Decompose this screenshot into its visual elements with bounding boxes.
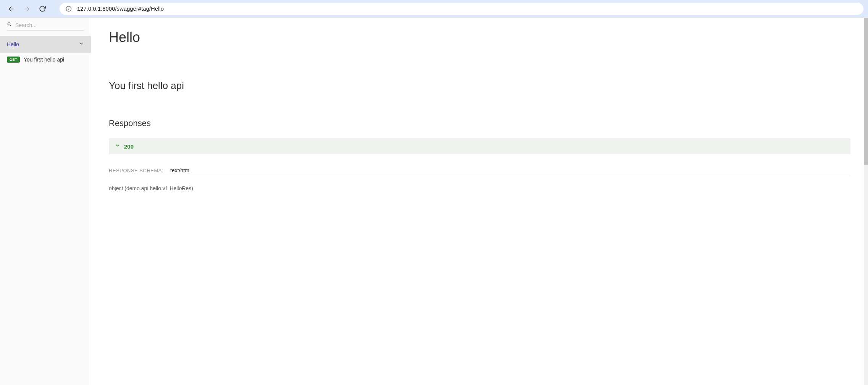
sidebar-tag-hello[interactable]: Hello xyxy=(0,36,91,53)
sidebar: Hello GET You first hello api xyxy=(0,18,91,385)
schema-header: RESPONSE SCHEMA: text/html xyxy=(109,167,850,176)
address-bar[interactable]: 127.0.0.1:8000/swagger#tag/Hello xyxy=(60,3,863,15)
scrollbar[interactable] xyxy=(864,18,868,385)
response-code: 200 xyxy=(124,143,134,150)
nav-controls xyxy=(8,5,46,13)
endpoint-heading: You first hello api xyxy=(109,80,850,92)
responses-heading: Responses xyxy=(109,118,850,128)
main-container: Hello GET You first hello api Hello You … xyxy=(0,18,868,385)
forward-button[interactable] xyxy=(23,5,31,13)
search-icon xyxy=(7,22,12,29)
chevron-down-icon xyxy=(115,143,120,150)
http-method-badge: GET xyxy=(7,57,20,63)
sidebar-tag-label: Hello xyxy=(7,41,19,47)
sidebar-operation-label: You first hello api xyxy=(24,57,64,63)
response-status-row[interactable]: 200 xyxy=(109,138,850,154)
url-text: 127.0.0.1:8000/swagger#tag/Hello xyxy=(77,6,164,12)
tag-heading: Hello xyxy=(109,29,850,45)
chevron-down-icon xyxy=(79,41,84,48)
schema-content-type[interactable]: text/html xyxy=(170,167,190,173)
content-area: Hello You first hello api Responses 200 … xyxy=(91,18,868,385)
back-button[interactable] xyxy=(8,5,15,13)
search-box xyxy=(0,18,91,33)
search-input[interactable] xyxy=(15,22,84,28)
schema-label: RESPONSE SCHEMA: xyxy=(109,168,163,173)
info-icon[interactable] xyxy=(66,6,72,12)
scrollbar-thumb[interactable] xyxy=(864,18,868,165)
reload-button[interactable] xyxy=(39,5,46,12)
sidebar-operation-item[interactable]: GET You first hello api xyxy=(0,53,91,66)
browser-toolbar: 127.0.0.1:8000/swagger#tag/Hello xyxy=(0,0,868,18)
schema-object: object (demo.api.hello.v1.HelloRes) xyxy=(109,185,850,191)
